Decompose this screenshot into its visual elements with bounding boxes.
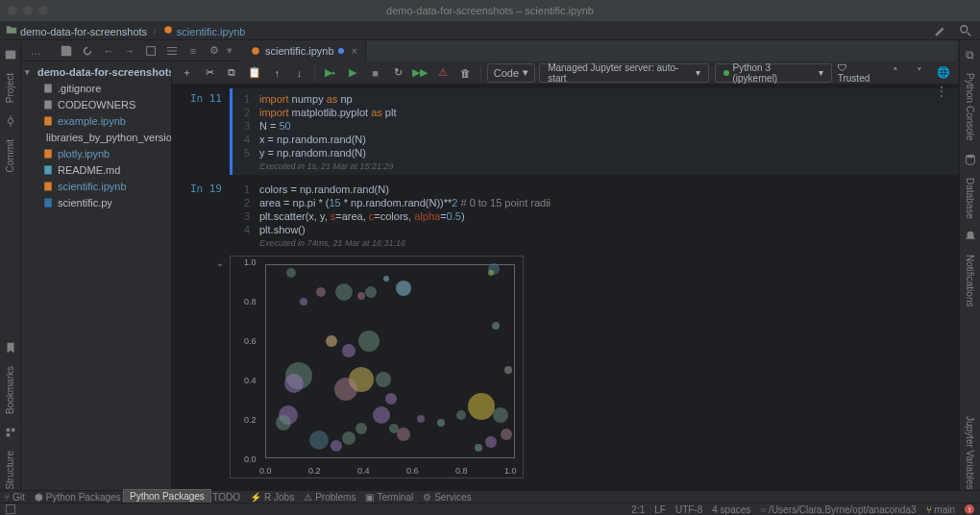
run-cell-below-icon[interactable]: ▶ bbox=[344, 63, 362, 83]
caret-pos[interactable]: 2:1 bbox=[631, 504, 645, 515]
main-toolbar: … ← → ≡ ⚙ ▾ scientific.ipynb × ⋮ bbox=[0, 40, 980, 61]
exec-time: Executed in 1s, 21 Mar at 15:21:29 bbox=[259, 161, 951, 171]
bookmarks-tab[interactable]: Bookmarks bbox=[5, 366, 15, 414]
svg-rect-12 bbox=[44, 149, 52, 158]
chevron-up-icon[interactable]: ˄ bbox=[886, 63, 904, 83]
run-cell-icon[interactable]: ▶▸ bbox=[321, 63, 339, 83]
svg-rect-15 bbox=[44, 198, 52, 207]
toolwindow-problems[interactable]: ⚠Problems bbox=[304, 492, 355, 503]
window-controls[interactable] bbox=[8, 6, 48, 15]
save-icon[interactable] bbox=[58, 42, 75, 60]
clear-icon[interactable]: ⚠ bbox=[433, 63, 452, 83]
tree-item[interactable]: plotly.ipynb bbox=[21, 145, 171, 161]
move-up-icon[interactable]: ↑ bbox=[268, 63, 286, 83]
code-cell[interactable]: In 19 1colors = np.random.rand(N)2area =… bbox=[172, 175, 959, 252]
notifications-icon[interactable] bbox=[964, 230, 977, 243]
breadcrumb-root[interactable]: demo-data-for-screenshots bbox=[6, 24, 147, 37]
refresh-icon[interactable] bbox=[79, 42, 96, 60]
output-more-icon[interactable]: ⋮ bbox=[936, 85, 947, 98]
database-icon[interactable] bbox=[964, 153, 977, 166]
run-all-icon[interactable]: ▶▶ bbox=[411, 63, 429, 83]
window-title: demo-data-for-screenshots – scientific.i… bbox=[386, 5, 594, 16]
breadcrumb-file[interactable]: scientific.ipynb bbox=[162, 24, 246, 37]
indent[interactable]: 4 spaces bbox=[712, 504, 750, 515]
close-icon[interactable]: × bbox=[352, 45, 357, 57]
tree-item[interactable]: scientific.py bbox=[21, 194, 171, 210]
interpreter-pill[interactable]: Python 3 (ipykernel) ▾ bbox=[715, 63, 832, 83]
delete-icon[interactable]: 🗑 bbox=[455, 63, 474, 83]
collapse-icon[interactable] bbox=[163, 42, 181, 60]
jupyter-icon bbox=[162, 24, 174, 36]
settings-icon[interactable]: ⚙ bbox=[206, 42, 223, 60]
copy-icon[interactable]: ⧉ bbox=[223, 63, 241, 83]
edit-pencil-icon[interactable] bbox=[932, 22, 949, 39]
tree-item[interactable]: CODEOWNERS bbox=[21, 96, 171, 112]
toolwindow-r-jobs[interactable]: ⚡R Jobs bbox=[250, 492, 294, 503]
move-down-icon[interactable]: ↓ bbox=[290, 63, 308, 83]
cell-type-dropdown[interactable]: Code ▾ bbox=[487, 63, 535, 83]
cut-icon[interactable]: ✂ bbox=[200, 63, 218, 83]
notifications-tab[interactable]: Notifications bbox=[965, 255, 975, 307]
modified-dot-icon bbox=[338, 48, 344, 54]
tree-item[interactable]: libraries_by_python_version.csv bbox=[21, 129, 171, 145]
browser-icon[interactable]: 🌐 bbox=[935, 63, 953, 83]
bookmark-icon[interactable] bbox=[4, 341, 17, 355]
file-icon bbox=[42, 99, 54, 110]
error-badge[interactable]: ! bbox=[965, 504, 974, 514]
tree-item[interactable]: .gitignore bbox=[21, 80, 171, 96]
breadcrumb-sep: › bbox=[153, 25, 157, 37]
right-stripe: ⧉ Python Console Database Notifications … bbox=[959, 40, 980, 490]
python-console-icon[interactable]: ⧉ bbox=[966, 48, 974, 61]
file-icon bbox=[42, 197, 54, 208]
file-icon bbox=[42, 148, 54, 159]
stop-icon[interactable]: ■ bbox=[366, 63, 384, 83]
toolwindow-terminal[interactable]: ▣Terminal bbox=[365, 492, 413, 503]
expand-icon[interactable] bbox=[142, 42, 159, 60]
tree-item[interactable]: example.ipynb bbox=[21, 112, 171, 129]
svg-rect-10 bbox=[44, 116, 52, 125]
jupyter-vars-tab[interactable]: Jupyter Variables bbox=[965, 416, 975, 490]
encoding[interactable]: UTF-8 bbox=[675, 504, 702, 515]
project-tool-icon[interactable] bbox=[4, 48, 17, 61]
collapse-output-icon[interactable]: ⌄ bbox=[216, 258, 224, 478]
structure-tab[interactable]: Structure bbox=[5, 451, 15, 490]
commit-icon[interactable] bbox=[4, 114, 17, 128]
project-tree[interactable]: ▾ demo-data-for-screenshots ~/Data .giti… bbox=[21, 61, 172, 490]
server-pill[interactable]: Managed Jupyter server: auto-start ▾ bbox=[539, 63, 709, 83]
chevron-down-icon[interactable]: ˅ bbox=[910, 63, 928, 83]
toolwindow-services[interactable]: ⚙Services bbox=[423, 492, 471, 503]
structure-icon[interactable] bbox=[4, 426, 17, 439]
restart-icon[interactable]: ↻ bbox=[388, 63, 406, 83]
toolwindows-icon[interactable] bbox=[6, 504, 15, 514]
commit-tab[interactable]: Commit bbox=[5, 139, 15, 172]
toolwindow-python-packages[interactable]: ⬢Python Packages bbox=[35, 492, 121, 503]
interpreter-status[interactable]: ○ /Users/Clara.Byrne/opt/anaconda3 bbox=[760, 504, 916, 515]
svg-rect-8 bbox=[44, 84, 52, 92]
divider-icon[interactable]: ≡ bbox=[184, 42, 202, 60]
toolwindow-git[interactable]: ⑂Git bbox=[4, 492, 25, 503]
svg-point-0 bbox=[164, 26, 172, 34]
tree-item[interactable]: README.md bbox=[21, 161, 171, 178]
cell-prompt: In 11 bbox=[172, 88, 230, 175]
database-tab[interactable]: Database bbox=[965, 178, 975, 219]
tree-root[interactable]: ▾ demo-data-for-screenshots ~/Data bbox=[21, 63, 171, 80]
forward-icon[interactable]: → bbox=[121, 42, 138, 60]
back-icon[interactable]: ← bbox=[100, 42, 117, 60]
paste-icon[interactable]: 📋 bbox=[245, 63, 263, 83]
project-tab[interactable]: Project bbox=[5, 73, 15, 103]
dropdown-icon[interactable]: … bbox=[27, 42, 44, 60]
tree-item[interactable]: scientific.ipynb bbox=[21, 178, 171, 194]
code-cell[interactable]: In 11 1import numpy as np2import matplot… bbox=[172, 85, 959, 175]
svg-point-7 bbox=[966, 154, 974, 158]
add-cell-icon[interactable]: ＋ bbox=[178, 63, 196, 83]
line-sep[interactable]: LF bbox=[654, 504, 666, 515]
exec-time: Executed in 74ms, 21 Mar at 16:31:16 bbox=[259, 238, 951, 248]
jupyter-icon bbox=[250, 45, 261, 57]
editor: ＋ ✂ ⧉ 📋 ↑ ↓ ▶▸ ▶ ■ ↻ ▶▶ ⚠ 🗑 Code ▾ Manag… bbox=[172, 61, 959, 490]
tool-window-bar: ⑂Git⬢Python Packages⌨R Console☑TODO⚡R Jo… bbox=[0, 490, 980, 503]
python-console-tab[interactable]: Python Console bbox=[965, 73, 975, 141]
trusted-label[interactable]: 🛡 Trusted bbox=[838, 62, 880, 84]
git-branch[interactable]: ⑂ main bbox=[926, 504, 955, 515]
editor-tab[interactable]: scientific.ipynb × bbox=[242, 40, 366, 61]
search-icon[interactable] bbox=[957, 22, 974, 39]
